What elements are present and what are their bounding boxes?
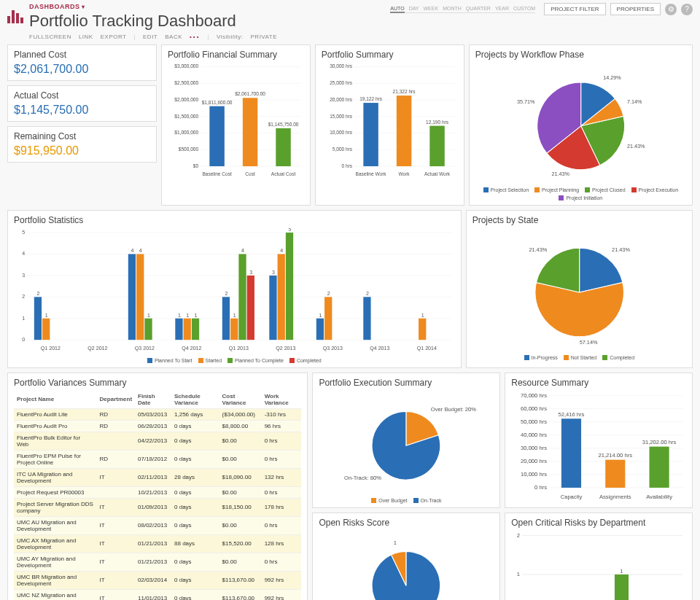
table-cell: FluentPro Audit Pro [14,420,97,432]
table-cell: UMC AX Migration and Development [14,534,97,553]
table-row[interactable]: UMC BR Migration and DevelopmentIT02/03/… [14,571,301,589]
table-variances: Portfolio Variances Summary Project Name… [7,373,308,600]
table-row[interactable]: Project Request PR0000310/21/20130 days$… [14,486,301,498]
svg-text:5,000 hrs: 5,000 hrs [332,147,353,152]
column-header[interactable]: Finish Date [135,391,171,409]
table-cell: 28 days [171,468,219,486]
range-week[interactable]: WEEK [424,6,439,11]
range-month[interactable]: MONTH [443,6,462,11]
tool-edit[interactable]: EDIT [143,34,158,40]
tool-link[interactable]: LINK [79,34,93,40]
range-year[interactable]: YEAR [495,6,509,11]
gear-icon[interactable]: ⚙ [665,4,677,15]
kpi-value: $1,145,750.00 [14,104,150,117]
table-cell: $0.00 [219,450,262,468]
svg-rect-43 [429,126,444,166]
column-header[interactable]: Project Name [14,391,97,409]
svg-text:$2,000,000: $2,000,000 [174,97,198,102]
svg-rect-71 [136,254,144,340]
breadcrumb[interactable]: DASHBOARDS [29,3,277,10]
svg-text:Cost: Cost [245,171,255,176]
column-header[interactable]: Department [97,391,135,409]
chart-title: Portfolio Execution Summary [319,378,494,388]
tool-back[interactable]: BACK [165,34,182,40]
project-filter-button[interactable]: PROJECT FILTER [544,3,605,15]
table-row[interactable]: UMC AX Migration and DevelopmentIT01/21/… [14,534,301,553]
range-quarter[interactable]: QUARTER [466,6,491,11]
time-range-tabs: AUTODAYWEEKMONTHQUARTERYEARCUSTOM [390,6,535,13]
svg-text:$1,811,600.00: $1,811,600.00 [202,100,233,105]
svg-rect-20 [276,128,290,166]
table-cell: 08/02/2013 [135,516,171,534]
svg-text:21.43%: 21.43% [551,171,569,177]
table-cell: $0.00 [219,486,262,498]
tool-fullscreen[interactable]: FULLSCREEN [29,34,71,40]
range-day[interactable]: DAY [409,6,419,11]
svg-rect-63 [34,297,42,340]
svg-rect-150 [615,574,629,600]
table-row[interactable]: FluentPro Audit ProRD06/28/20130 days$8,… [14,420,301,432]
range-auto[interactable]: AUTO [390,6,404,13]
svg-rect-78 [184,319,191,340]
table-row[interactable]: FluentPro Audit LiteRD05/03/20131,256 da… [14,408,301,420]
table-cell: 0 days [171,516,219,534]
column-header[interactable]: Work Variance [262,391,302,409]
table-row[interactable]: UMC NZ Migration and DevelopmentIT11/01/… [14,589,301,600]
svg-rect-92 [269,276,276,340]
svg-rect-139 [650,446,669,487]
table-cell: ($34,000.00) [219,408,262,420]
svg-text:1: 1 [394,539,397,546]
svg-text:Q4 2012: Q4 2012 [182,346,201,352]
chart-projects-by-state: Projects by State 21.43%57.14%21.43% In-… [466,210,693,367]
table-cell: Project Server Migration DDS company [14,498,97,516]
svg-rect-133 [561,418,581,488]
kpi-actual-cost: Actual Cost $1,145,750.00 [7,85,157,122]
visibility-label: Visibility: [217,34,243,40]
table-row[interactable]: Project Server Migration DDS companyIT01… [14,498,301,516]
table-cell [97,432,135,450]
svg-text:$500,000: $500,000 [179,147,199,152]
svg-rect-101 [324,297,332,340]
properties-button[interactable]: PROPERTIES [610,3,661,15]
table-cell: FluentPro Bulk Editor for Web [14,432,97,450]
svg-rect-65 [42,319,50,340]
table-cell: IT [97,516,135,534]
chart-workflow-phase: Projects by Workflow Phase 14.29%7.14%21… [469,44,693,206]
column-header[interactable]: Schedule Variance [171,391,219,409]
chart-portfolio-summary: Portfolio Summary 0 hrs5,000 hrs10,000 h… [315,44,464,206]
svg-rect-136 [605,459,625,487]
more-menu-icon[interactable]: ••• [190,34,200,40]
chart-title: Projects by State [472,215,686,225]
table-row[interactable]: FluentPro Bulk Editor for Web04/22/20130… [14,432,301,450]
help-icon[interactable]: ? [681,4,693,15]
table-cell: $15,520.00 [219,534,262,553]
table-cell: 0 days [171,553,219,571]
svg-text:Work: Work [398,171,410,176]
table-row[interactable]: FluentPro EPM Pulse for Project OnlineRD… [14,450,301,468]
chart-critical-risks: Open Critical Risks by Department 012(No… [505,513,693,600]
kpi-value: $915,950.00 [14,144,150,157]
table-cell: 02/03/2014 [135,571,171,589]
svg-text:31,202.00 hrs: 31,202.00 hrs [642,439,677,445]
tool-export[interactable]: EXPORT [101,34,127,40]
table-cell: 1,256 days [171,408,219,420]
svg-text:1: 1 [421,313,424,318]
svg-rect-85 [230,319,238,340]
table-cell: IT [97,468,135,486]
table-cell: 01/21/2013 [135,534,171,553]
svg-text:$1,145,750.00: $1,145,750.00 [268,122,299,127]
table-row[interactable]: UMC AY Migration and DevelopmentIT01/21/… [14,553,301,571]
svg-rect-37 [363,103,378,166]
svg-text:52,416 hrs: 52,416 hrs [559,411,585,418]
svg-text:14.29%: 14.29% [603,74,621,81]
column-header[interactable]: Cost Variance [219,391,262,409]
svg-text:Q3 2012: Q3 2012 [135,346,155,352]
svg-text:On-Track: 80%: On-Track: 80% [344,475,381,481]
table-row[interactable]: ITC UA Migration and DevelopmentIT02/11/… [14,468,301,486]
range-custom[interactable]: CUSTOM [513,6,535,11]
svg-rect-73 [144,319,152,340]
svg-text:4: 4 [241,249,244,254]
table-row[interactable]: UMC AU Migration and DevelopmentIT08/02/… [14,516,301,534]
svg-text:2: 2 [327,292,330,297]
table-cell: 11/01/2013 [135,589,171,600]
